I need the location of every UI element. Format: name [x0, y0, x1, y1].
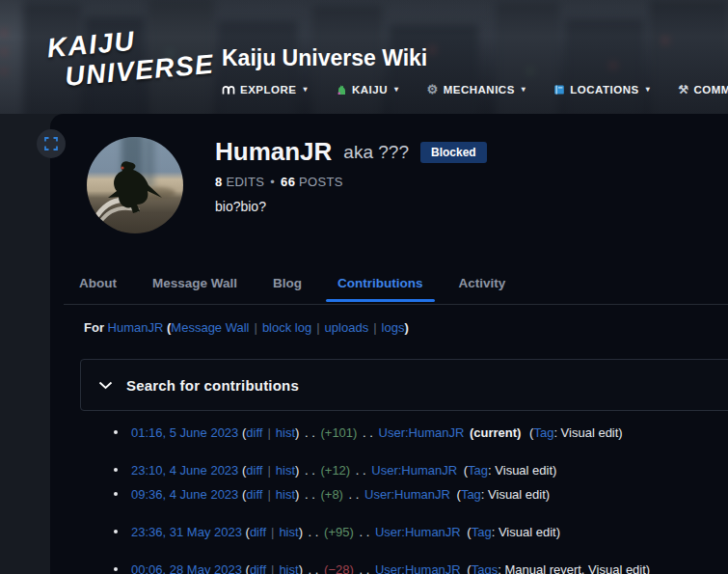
uploads-link[interactable]: uploads — [325, 320, 369, 335]
tag-text: : Visual edit — [492, 525, 556, 539]
diff-link[interactable]: diff — [246, 463, 262, 478]
edits-label: EDITS — [226, 175, 264, 189]
profile-masthead: HumanJR aka ??? Blocked — [215, 137, 487, 167]
nav-kaiju[interactable]: KAIJU ▾ — [336, 84, 399, 96]
tag-link[interactable]: Tag — [533, 425, 553, 440]
user-profile-content: HumanJR aka ??? Blocked 8 EDITS•66 POSTS… — [50, 114, 728, 574]
contributions-for-line: For HumanJR (Message Wall|block log|uplo… — [84, 320, 409, 335]
current-marker: (current) — [470, 425, 521, 440]
page-link[interactable]: User:HumanJR — [379, 425, 465, 440]
tab-about[interactable]: About — [77, 276, 119, 302]
profile-stats: 8 EDITS•66 POSTS — [215, 175, 343, 189]
top-navigation: EXPLORE ▾ KAIJU ▾ ⚙ MECHANICS — [222, 83, 728, 96]
profile-bio: bio?bio? — [215, 199, 266, 214]
tag-link[interactable]: Tag — [461, 487, 481, 502]
chevron-down-icon: ▾ — [522, 85, 526, 94]
contributions-group: 01:16, 5 June 2023 (diff|hist) . . (+101… — [112, 421, 650, 445]
avatar — [87, 137, 183, 233]
nav-community-info[interactable]: ⚒ COMMUNITY INFO ▾ — [678, 84, 728, 96]
contributions-group: 23:10, 4 June 2023 (diff|hist) . . (+12)… — [112, 458, 650, 506]
profile-tabs: About Message Wall Blog Contributions Ac… — [77, 276, 507, 302]
tools-icon: ⚒ — [678, 84, 688, 96]
hist-link[interactable]: hist — [279, 562, 298, 574]
blocked-badge: Blocked — [420, 142, 487, 163]
chevron-down-icon: ▾ — [646, 85, 651, 94]
contributions-group: 00:06, 28 May 2023 (diff|hist) . . (−28)… — [112, 558, 650, 574]
tag-text: : Visual edit — [553, 425, 618, 440]
gear-icon: ⚙ — [427, 83, 439, 96]
tag-text: : Visual edit — [488, 463, 553, 478]
posts-count: 66 — [281, 175, 295, 189]
chevron-down-icon: ▾ — [303, 85, 308, 94]
expand-profile-button[interactable] — [37, 129, 66, 158]
block-log-link[interactable]: block log — [262, 320, 311, 335]
tag-text: : Manual revert, Visual edit — [498, 562, 646, 574]
kaiju-silhouette — [100, 156, 164, 216]
nav-label: EXPLORE — [240, 84, 296, 96]
book-icon — [553, 84, 565, 96]
edits-count: 8 — [215, 175, 223, 189]
tab-activity[interactable]: Activity — [457, 276, 508, 302]
timestamp-link[interactable]: 23:36, 31 May 2023 — [131, 525, 242, 539]
byte-change: (+95) — [324, 525, 354, 539]
page-link[interactable]: User:HumanJR — [364, 487, 450, 502]
nav-explore[interactable]: EXPLORE ▾ — [222, 84, 308, 96]
tab-blog[interactable]: Blog — [271, 276, 304, 302]
byte-change: (−28) — [324, 562, 354, 574]
page-link[interactable]: User:HumanJR — [375, 562, 461, 574]
diff-link[interactable]: diff — [250, 525, 266, 539]
page-link[interactable]: User:HumanJR — [375, 525, 461, 539]
contribution-entry: 09:36, 4 June 2023 (diff|hist) . . (+8) … — [112, 482, 650, 506]
logs-link[interactable]: logs — [382, 320, 405, 335]
tag-link[interactable]: Tag — [472, 525, 492, 539]
diff-link[interactable]: diff — [250, 562, 266, 574]
tab-contributions[interactable]: Contributions — [336, 276, 424, 302]
posts-label: POSTS — [299, 175, 343, 189]
tag-text: : Visual edit — [481, 487, 546, 502]
byte-change: (+12) — [320, 463, 350, 478]
timestamp-link[interactable]: 01:16, 5 June 2023 — [131, 425, 238, 440]
chevron-down-icon: ▾ — [394, 85, 399, 94]
nav-label: COMMUNITY INFO — [693, 84, 728, 96]
tag-link[interactable]: Tags — [472, 562, 498, 574]
diff-link[interactable]: diff — [246, 425, 262, 440]
contribution-entry: 01:16, 5 June 2023 (diff|hist) . . (+101… — [112, 421, 650, 445]
community-header: KAIJU UNIVERSE Kaiju Universe Wiki EXPLO… — [0, 0, 728, 114]
stats-separator: • — [270, 175, 275, 189]
tabs-divider — [64, 304, 728, 305]
for-label: For — [84, 320, 104, 335]
search-for-contributions-panel[interactable]: Search for contributions — [80, 359, 728, 411]
aka-alias: aka ??? — [343, 142, 409, 163]
hist-link[interactable]: hist — [276, 487, 295, 502]
expand-icon — [44, 137, 58, 150]
hist-link[interactable]: hist — [276, 463, 295, 478]
contribution-entry: 00:06, 28 May 2023 (diff|hist) . . (−28)… — [112, 558, 650, 574]
message-wall-link[interactable]: Message Wall — [171, 320, 249, 335]
contributions-group: 23:36, 31 May 2023 (diff|hist) . . (+95)… — [112, 520, 650, 544]
diff-link[interactable]: diff — [246, 487, 262, 502]
tag-link[interactable]: Tag — [468, 463, 488, 478]
explore-icon — [222, 84, 235, 95]
nav-locations[interactable]: LOCATIONS ▾ — [553, 84, 650, 96]
wiki-title-link[interactable]: Kaiju Universe Wiki — [222, 45, 728, 71]
nav-label: KAIJU — [352, 84, 388, 96]
chevron-down-icon — [98, 381, 113, 390]
contribution-entry: 23:36, 31 May 2023 (diff|hist) . . (+95)… — [112, 520, 650, 544]
timestamp-link[interactable]: 23:10, 4 June 2023 — [131, 463, 238, 478]
byte-change: (+101) — [320, 425, 357, 440]
search-panel-title: Search for contributions — [126, 377, 299, 394]
tab-message-wall[interactable]: Message Wall — [150, 276, 239, 302]
hist-link[interactable]: hist — [276, 425, 295, 440]
nav-label: MECHANICS — [444, 84, 515, 96]
username: HumanJR — [215, 137, 332, 167]
page: KAIJU UNIVERSE Kaiju Universe Wiki EXPLO… — [0, 0, 728, 574]
timestamp-link[interactable]: 09:36, 4 June 2023 — [131, 487, 238, 502]
nav-mechanics[interactable]: ⚙ MECHANICS ▾ — [427, 83, 526, 96]
byte-change: (+8) — [320, 487, 342, 502]
kaiju-icon — [336, 84, 347, 96]
contribution-entry: 23:10, 4 June 2023 (diff|hist) . . (+12)… — [112, 458, 650, 482]
hist-link[interactable]: hist — [279, 525, 298, 539]
page-link[interactable]: User:HumanJR — [371, 463, 457, 478]
timestamp-link[interactable]: 00:06, 28 May 2023 — [131, 562, 242, 574]
user-link[interactable]: HumanJR — [108, 320, 164, 335]
